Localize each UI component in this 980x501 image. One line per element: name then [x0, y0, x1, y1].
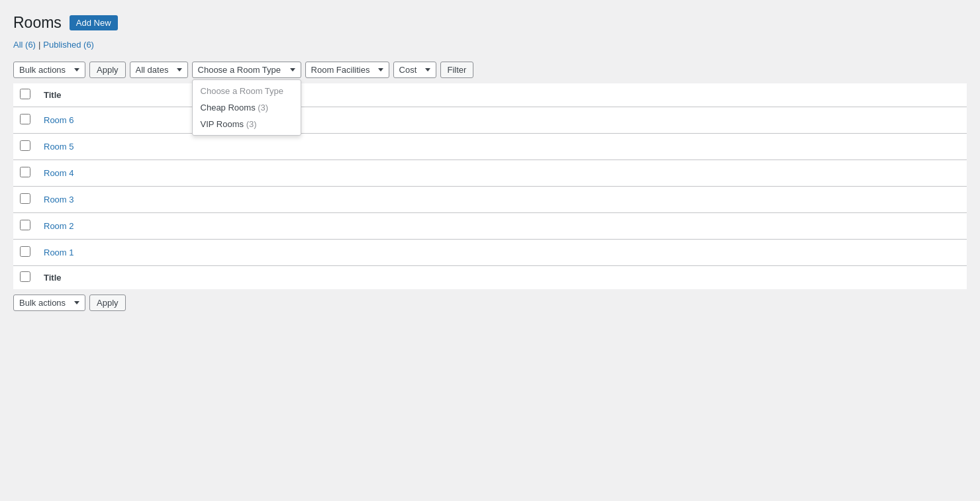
row-checkbox[interactable]	[20, 193, 30, 204]
bulk-actions-select-top[interactable]: Bulk actions	[13, 62, 85, 78]
footer-title-col: Title	[37, 265, 967, 289]
room-title-link[interactable]: Room 6	[44, 115, 74, 125]
status-published-link[interactable]: Published (6)	[43, 40, 94, 50]
table-row: Room 5	[13, 133, 967, 159]
filter-button[interactable]: Filter	[440, 62, 474, 78]
row-checkbox-cell	[13, 212, 37, 239]
row-checkbox[interactable]	[20, 246, 30, 257]
row-title-cell: Room 6	[37, 107, 967, 133]
table-body: Room 6 Room 5 Room 4 Room 3	[13, 107, 967, 265]
table-row: Room 2	[13, 212, 967, 239]
row-checkbox[interactable]	[20, 114, 30, 124]
rooms-table: Title Room 6 Room 5 Room	[13, 83, 967, 289]
row-checkbox[interactable]	[20, 167, 30, 177]
room-type-dropdown-menu: Choose a Room Type Cheap Rooms (3) VIP R…	[192, 79, 301, 136]
page-wrapper: Rooms Add New All (6) | Published (6) Bu…	[0, 0, 980, 501]
room-type-select[interactable]: Choose a Room Type	[192, 62, 301, 78]
room-title-link[interactable]: Room 5	[44, 142, 74, 152]
room-title-link[interactable]: Room 4	[44, 168, 74, 178]
dropdown-placeholder: Choose a Room Type	[193, 83, 301, 99]
row-checkbox[interactable]	[20, 220, 30, 230]
row-checkbox-cell	[13, 107, 37, 133]
room-title-link[interactable]: Room 2	[44, 221, 74, 231]
room-title-link[interactable]: Room 3	[44, 195, 74, 205]
select-all-checkbox-bottom[interactable]	[20, 271, 30, 282]
room-type-dropdown-wrapper: Choose a Room Type Choose a Room Type Ch…	[192, 62, 301, 78]
table-row: Room 1	[13, 239, 967, 265]
add-new-button[interactable]: Add New	[70, 15, 118, 30]
row-title-cell: Room 4	[37, 159, 967, 186]
header-checkbox-col	[13, 83, 37, 107]
row-title-cell: Room 3	[37, 186, 967, 212]
table-row: Room 4	[13, 159, 967, 186]
dropdown-item-vip-rooms[interactable]: VIP Rooms (3)	[193, 116, 301, 132]
row-checkbox-cell	[13, 133, 37, 159]
top-filter-bar: Bulk actions Apply All dates Choose a Ro…	[13, 56, 967, 83]
dropdown-item-cheap-rooms[interactable]: Cheap Rooms (3)	[193, 99, 301, 116]
row-checkbox-cell	[13, 239, 37, 265]
row-checkbox-cell	[13, 159, 37, 186]
table-header-row: Title	[13, 83, 967, 107]
row-checkbox[interactable]	[20, 140, 30, 151]
apply-button-top[interactable]: Apply	[89, 62, 126, 78]
page-header: Rooms Add New	[13, 13, 967, 33]
table-footer-row: Title	[13, 265, 967, 289]
status-nav: All (6) | Published (6)	[13, 40, 967, 50]
apply-button-bottom[interactable]: Apply	[89, 295, 126, 311]
row-title-cell: Room 2	[37, 212, 967, 239]
header-title-col: Title	[37, 83, 967, 107]
select-all-checkbox-top[interactable]	[20, 89, 30, 99]
row-checkbox-cell	[13, 186, 37, 212]
page-title: Rooms	[13, 13, 62, 33]
all-dates-select[interactable]: All dates	[130, 62, 188, 78]
status-all-link[interactable]: All (6)	[13, 40, 36, 50]
footer-checkbox-col	[13, 265, 37, 289]
table-row: Room 3	[13, 186, 967, 212]
cost-select[interactable]: Cost	[393, 62, 436, 78]
separator: |	[38, 40, 40, 50]
bottom-filter-bar: Bulk actions Apply	[13, 295, 967, 311]
row-title-cell: Room 1	[37, 239, 967, 265]
bulk-actions-select-bottom[interactable]: Bulk actions	[13, 295, 85, 311]
table-row: Room 6	[13, 107, 967, 133]
room-title-link[interactable]: Room 1	[44, 248, 74, 257]
room-facilities-select[interactable]: Room Facilities	[305, 62, 389, 78]
row-title-cell: Room 5	[37, 133, 967, 159]
